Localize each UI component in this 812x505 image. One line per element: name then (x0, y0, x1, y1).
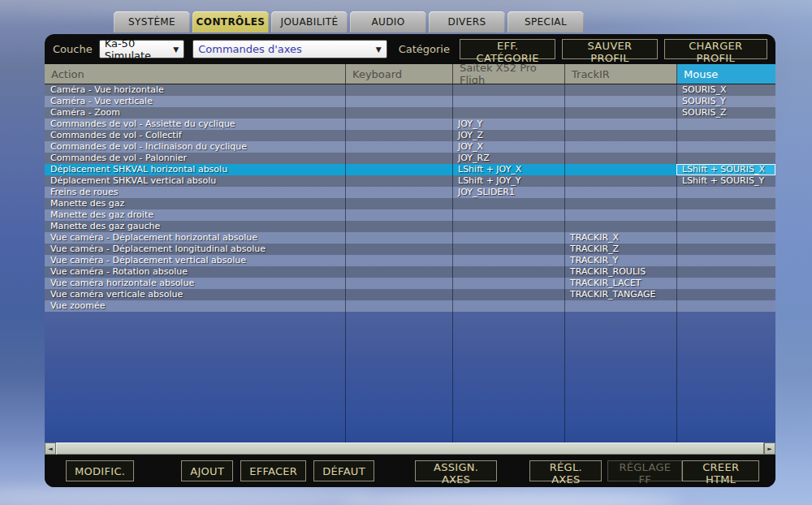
cell-trackir[interactable] (564, 96, 676, 107)
cell-mouse[interactable]: LShift + SOURIS_X (676, 164, 775, 175)
cell-keyboard[interactable] (345, 300, 452, 312)
cell-keyboard[interactable] (345, 96, 452, 107)
cell-action[interactable]: Commandes de vol - Collectif (45, 130, 345, 141)
charger-profil-button[interactable]: CHARGER PROFIL (664, 39, 767, 59)
cell-trackir[interactable] (564, 130, 676, 141)
cell-mouse[interactable] (676, 153, 775, 164)
cell-trackir[interactable]: TRACKIR_Y (564, 255, 676, 266)
cell-action[interactable]: Freins de roues (45, 187, 345, 198)
table-row[interactable]: Commandes de vol - PalonnierJOY_RZ (45, 153, 775, 164)
cell-mouse[interactable] (676, 198, 775, 209)
cell-saitek[interactable]: JOY_Y (452, 119, 564, 130)
cell-saitek[interactable] (452, 300, 564, 312)
cell-saitek[interactable] (452, 221, 564, 232)
cell-saitek[interactable]: JOY_X (452, 141, 564, 153)
cell-action[interactable]: Caméra - Zoom (45, 107, 345, 119)
cell-keyboard[interactable] (345, 187, 452, 198)
tab-special[interactable]: SPECIAL (508, 11, 584, 32)
column-header-action[interactable]: Action (45, 64, 345, 84)
cell-mouse[interactable] (676, 119, 775, 130)
tab-systeme[interactable]: SYSTÈME (114, 11, 190, 32)
horizontal-scrollbar[interactable]: ◄ ► (45, 442, 775, 455)
scroll-right-arrow-icon[interactable]: ► (764, 442, 775, 455)
table-row[interactable]: Vue caméra horizontale absolueTRACKIR_LA… (45, 278, 775, 289)
cell-trackir[interactable] (564, 175, 676, 187)
cell-action[interactable]: Vue caméra - Déplacement vertical absolu… (45, 255, 345, 266)
cell-mouse[interactable] (676, 278, 775, 289)
cell-keyboard[interactable] (345, 244, 452, 255)
cell-trackir[interactable] (564, 164, 676, 175)
cell-mouse[interactable]: SOURIS_X (676, 84, 775, 96)
cell-keyboard[interactable] (345, 198, 452, 209)
cell-keyboard[interactable] (345, 209, 452, 221)
cell-trackir[interactable] (564, 119, 676, 130)
creer-html-button[interactable]: CREER HTML (682, 460, 759, 481)
cell-action[interactable]: Vue caméra verticale absolue (45, 289, 345, 300)
table-row[interactable]: Commandes de vol - CollectifJOY_Z (45, 130, 775, 141)
tab-audio[interactable]: AUDIO (350, 11, 426, 32)
cell-keyboard[interactable] (345, 153, 452, 164)
cell-saitek[interactable] (452, 84, 564, 96)
effacer-button[interactable]: EFFACER (240, 460, 306, 481)
cell-trackir[interactable] (564, 141, 676, 153)
cell-trackir[interactable] (564, 107, 676, 119)
cell-keyboard[interactable] (345, 278, 452, 289)
scroll-left-arrow-icon[interactable]: ◄ (45, 442, 56, 455)
table-row[interactable]: Caméra - Vue horizontaleSOURIS_X (45, 84, 775, 96)
cell-saitek[interactable]: JOY_SLIDER1 (452, 187, 564, 198)
cell-action[interactable]: Commandes de vol - Assiette du cyclique (45, 119, 345, 130)
eff-cat-gorie-button[interactable]: EFF. CATÉGORIE (460, 39, 555, 59)
cell-saitek[interactable] (452, 107, 564, 119)
cell-mouse[interactable] (676, 232, 775, 244)
cell-keyboard[interactable] (345, 266, 452, 278)
tab-jouabilite[interactable]: JOUABILITÉ (271, 11, 348, 32)
cell-action[interactable]: Vue zoomée (45, 300, 345, 312)
cell-saitek[interactable] (452, 278, 564, 289)
cell-trackir[interactable] (564, 198, 676, 209)
cell-mouse[interactable] (676, 141, 775, 153)
column-header-trackir[interactable]: TrackIR (564, 64, 676, 84)
cell-keyboard[interactable] (345, 84, 452, 96)
table-row[interactable]: Caméra - Vue verticaleSOURIS_Y (45, 96, 775, 107)
table-row[interactable]: Déplacement SHKVAL vertical absoluLShift… (45, 175, 775, 187)
table-row[interactable]: Vue caméra - Déplacement vertical absolu… (45, 255, 775, 266)
cell-saitek[interactable] (452, 198, 564, 209)
table-row[interactable]: Vue caméra - Rotation absolueTRACKIR_ROU… (45, 266, 775, 278)
cell-trackir[interactable] (564, 300, 676, 312)
cell-saitek[interactable] (452, 266, 564, 278)
cell-keyboard[interactable] (345, 221, 452, 232)
cell-keyboard[interactable] (345, 232, 452, 244)
cell-trackir[interactable] (564, 84, 676, 96)
cell-action[interactable]: Vue caméra - Rotation absolue (45, 266, 345, 278)
cell-action[interactable]: Manette des gaz (45, 198, 345, 209)
table-row[interactable]: Manette des gaz (45, 198, 775, 209)
cell-keyboard[interactable] (345, 289, 452, 300)
cell-keyboard[interactable] (345, 175, 452, 187)
category-filter-dropdown[interactable]: Commandes d'axes ▼ (192, 40, 387, 58)
cell-saitek[interactable] (452, 209, 564, 221)
cell-trackir[interactable] (564, 153, 676, 164)
cell-trackir[interactable] (564, 187, 676, 198)
cell-trackir[interactable]: TRACKIR_TANGAGE (564, 289, 676, 300)
modific--button[interactable]: MODIFIC. (66, 460, 134, 481)
cell-mouse[interactable] (676, 244, 775, 255)
cell-keyboard[interactable] (345, 164, 452, 175)
cell-action[interactable]: Vue caméra horizontale absolue (45, 278, 345, 289)
cell-action[interactable]: Vue caméra - Déplacement horizontal abso… (45, 232, 345, 244)
assign-axes-button[interactable]: ASSIGN. AXES (415, 460, 498, 481)
cell-trackir[interactable]: TRACKIR_LACET (564, 278, 676, 289)
cell-mouse[interactable] (676, 187, 775, 198)
ajout-button[interactable]: AJOUT (181, 460, 233, 481)
table-row[interactable]: Vue zoomée (45, 300, 775, 312)
cell-mouse[interactable] (676, 209, 775, 221)
sauver-profil-button[interactable]: SAUVER PROFIL (562, 39, 657, 59)
table-row[interactable]: Manette des gaz droite (45, 209, 775, 221)
cell-mouse[interactable] (676, 130, 775, 141)
table-row[interactable]: Déplacement SHKVAL horizontal absoluLShi… (45, 164, 775, 175)
cell-saitek[interactable]: JOY_Z (452, 130, 564, 141)
cell-saitek[interactable] (452, 232, 564, 244)
cell-trackir[interactable] (564, 209, 676, 221)
cell-trackir[interactable]: TRACKIR_X (564, 232, 676, 244)
cell-mouse[interactable] (676, 289, 775, 300)
cell-saitek[interactable] (452, 289, 564, 300)
